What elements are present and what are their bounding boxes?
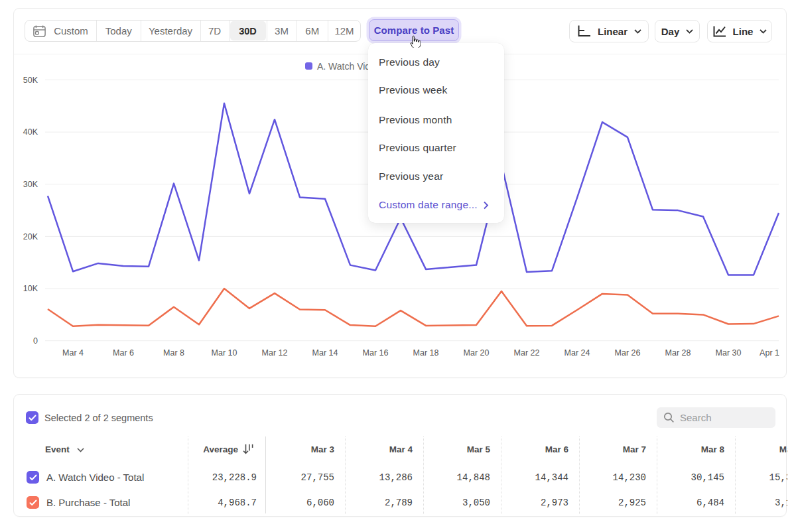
svg-text:Mar 20: Mar 20: [464, 348, 490, 358]
svg-text:Mar 6: Mar 6: [113, 348, 134, 358]
svg-text:30K: 30K: [23, 180, 38, 189]
svg-text:Mar 24: Mar 24: [564, 348, 590, 358]
svg-text:Mar 12: Mar 12: [262, 348, 288, 358]
svg-text:0: 0: [33, 336, 38, 346]
svg-text:Mar 26: Mar 26: [615, 348, 641, 358]
svg-text:40K: 40K: [23, 127, 38, 137]
svg-text:Apr 1: Apr 1: [760, 348, 779, 358]
svg-text:10K: 10K: [23, 284, 38, 293]
svg-text:50K: 50K: [23, 76, 38, 85]
svg-text:Mar 22: Mar 22: [514, 348, 540, 358]
svg-text:Mar 4: Mar 4: [62, 348, 84, 358]
svg-text:Mar 8: Mar 8: [163, 348, 184, 358]
svg-text:Mar 10: Mar 10: [212, 348, 237, 358]
svg-text:Mar 18: Mar 18: [413, 348, 439, 358]
svg-text:Mar 16: Mar 16: [363, 348, 389, 358]
svg-text:20K: 20K: [23, 232, 38, 241]
svg-text:Mar 30: Mar 30: [716, 348, 742, 358]
svg-text:Mar 28: Mar 28: [665, 348, 691, 358]
svg-text:Mar 14: Mar 14: [312, 348, 338, 358]
